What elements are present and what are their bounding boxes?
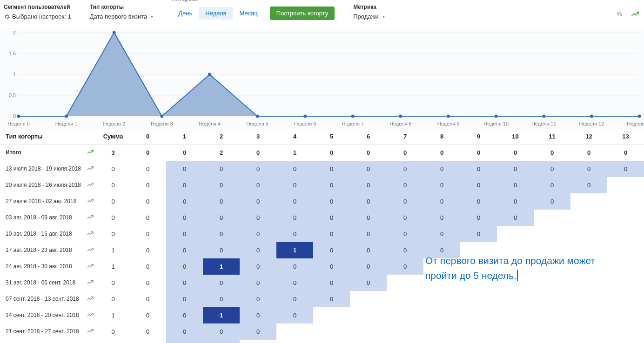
cell: 0 bbox=[203, 161, 240, 177]
annotation-text: От первого визита до продажи может пройт… bbox=[425, 253, 602, 283]
segment-value[interactable]: Выбрано настроек: 1 bbox=[4, 13, 71, 20]
cell: 0 bbox=[203, 242, 240, 258]
svg-text:Неделя 12: Неделя 12 bbox=[579, 121, 604, 126]
cell: 0 bbox=[129, 307, 166, 323]
table-row: 07 сент. 2018 - 13 сент. 20180000000 bbox=[0, 291, 644, 307]
cell: 0 bbox=[423, 210, 460, 226]
cell: 0 bbox=[276, 210, 313, 226]
cell: 0 bbox=[129, 144, 166, 161]
metric-value[interactable]: Продажи▾ bbox=[353, 13, 384, 20]
header-col: 12 bbox=[570, 129, 607, 144]
row-chart-icon[interactable] bbox=[84, 323, 97, 340]
svg-point-21 bbox=[495, 115, 498, 118]
cell: 0 bbox=[129, 258, 166, 275]
interval-control: Интервал ДеньНеделяМесяц Построить когор… bbox=[172, 0, 335, 24]
row-chart-icon[interactable] bbox=[84, 307, 97, 323]
svg-point-24 bbox=[638, 115, 641, 118]
cell: 0 bbox=[166, 323, 203, 340]
cell: 0 bbox=[313, 177, 350, 193]
svg-text:Неделя 8: Неделя 8 bbox=[389, 121, 412, 126]
row-chart-icon[interactable] bbox=[84, 226, 97, 242]
cell: 0 bbox=[460, 177, 497, 193]
row-label: 03 авг. 2018 - 09 авг. 2018 bbox=[0, 210, 84, 226]
cell: 0 bbox=[534, 177, 570, 193]
cell: 0 bbox=[276, 291, 313, 307]
cell: 1 bbox=[276, 144, 313, 161]
svg-text:Неделя 5: Неделя 5 bbox=[246, 121, 268, 126]
svg-text:Неделя 7: Неделя 7 bbox=[342, 121, 364, 126]
cell: 0 bbox=[203, 210, 240, 226]
svg-text:Неделя 9: Неделя 9 bbox=[437, 121, 460, 126]
right-toolbar: % bbox=[614, 9, 640, 24]
cell: 0 bbox=[276, 226, 313, 242]
chart-toggle-icon[interactable] bbox=[630, 9, 640, 19]
table-row: 14 сент. 2018 - 20 сент. 2018100100 bbox=[0, 307, 644, 323]
cell: 0 bbox=[460, 161, 497, 177]
cell: 0 bbox=[313, 226, 350, 242]
cell: 0 bbox=[387, 242, 423, 258]
cell: 0 bbox=[350, 161, 387, 177]
row-chart-icon[interactable] bbox=[84, 161, 97, 177]
row-label: 24 авг. 2018 - 30 авг. 2018 bbox=[0, 258, 84, 275]
header-col: 4 bbox=[276, 129, 313, 144]
cohort-type-label: Тип когорты bbox=[90, 4, 154, 10]
cell: 0 bbox=[203, 193, 240, 210]
cell: 0 bbox=[240, 161, 276, 177]
row-chart-icon[interactable] bbox=[84, 177, 97, 193]
row-label: 14 сент. 2018 - 20 сент. 2018 bbox=[0, 307, 84, 323]
interval-tabs: ДеньНеделяМесяц bbox=[172, 7, 264, 20]
row-label: 31 авг. 2018 - 06 сент. 2018 bbox=[0, 275, 84, 291]
chevron-down-icon: ▾ bbox=[151, 14, 153, 19]
svg-point-15 bbox=[208, 73, 211, 76]
cell: 0 bbox=[423, 177, 460, 193]
build-cohort-button[interactable]: Построить когорту bbox=[270, 7, 335, 20]
interval-tab-0[interactable]: День bbox=[172, 7, 199, 20]
cell: 0 bbox=[497, 144, 534, 161]
svg-point-23 bbox=[590, 115, 593, 118]
table-row: 28 сент. 2018 - 30 сент. 20180000 bbox=[0, 340, 644, 343]
header-col: 7 bbox=[387, 129, 423, 144]
cell: 0 bbox=[313, 291, 350, 307]
text-cursor bbox=[517, 270, 518, 281]
cell: 0 bbox=[129, 161, 166, 177]
row-chart-icon[interactable] bbox=[84, 242, 97, 258]
row-chart-icon[interactable] bbox=[84, 258, 97, 275]
cell: 0 bbox=[387, 226, 423, 242]
header-sum: Сумма bbox=[97, 129, 129, 144]
header-col: 5 bbox=[313, 129, 350, 144]
cell: 0 bbox=[387, 144, 423, 161]
cell: 0 bbox=[276, 161, 313, 177]
cell: 0 bbox=[387, 193, 423, 210]
row-chart-icon[interactable] bbox=[84, 340, 97, 343]
svg-text:2: 2 bbox=[13, 30, 16, 35]
interval-tab-2[interactable]: Месяц bbox=[233, 7, 264, 20]
cohort-type-value[interactable]: Дата первого визита▾ bbox=[90, 13, 154, 20]
row-sum: 1 bbox=[97, 242, 129, 258]
cell: 0 bbox=[240, 323, 276, 340]
header-cohort-type: Тип когорты bbox=[0, 129, 84, 144]
segment-label: Сегмент пользователей bbox=[4, 4, 71, 10]
cell: 0 bbox=[460, 144, 497, 161]
cell: 0 bbox=[129, 291, 166, 307]
cell: 0 bbox=[240, 307, 276, 323]
cell: 0 bbox=[313, 210, 350, 226]
table-row: 27 июля 2018 - 02 авг. 20180000000000000 bbox=[0, 193, 644, 210]
header-col: 13 bbox=[607, 129, 644, 144]
row-chart-icon[interactable] bbox=[84, 210, 97, 226]
svg-point-22 bbox=[542, 115, 545, 118]
row-sum: 1 bbox=[97, 307, 129, 323]
row-chart-icon[interactable] bbox=[84, 144, 97, 161]
svg-text:0.5: 0.5 bbox=[9, 92, 16, 98]
row-label: 13 июля 2018 - 19 июля 2018 bbox=[0, 161, 84, 177]
cell: 0 bbox=[387, 258, 423, 275]
row-chart-icon[interactable] bbox=[84, 275, 97, 291]
percent-icon[interactable]: % bbox=[614, 9, 624, 19]
row-chart-icon[interactable] bbox=[84, 291, 97, 307]
cell: 0 bbox=[534, 193, 570, 210]
cell: 0 bbox=[129, 275, 166, 291]
cell: 2 bbox=[203, 144, 240, 161]
cell: 0 bbox=[166, 258, 203, 275]
cell: 0 bbox=[240, 226, 276, 242]
interval-tab-1[interactable]: Неделя bbox=[199, 7, 233, 20]
row-chart-icon[interactable] bbox=[84, 193, 97, 210]
